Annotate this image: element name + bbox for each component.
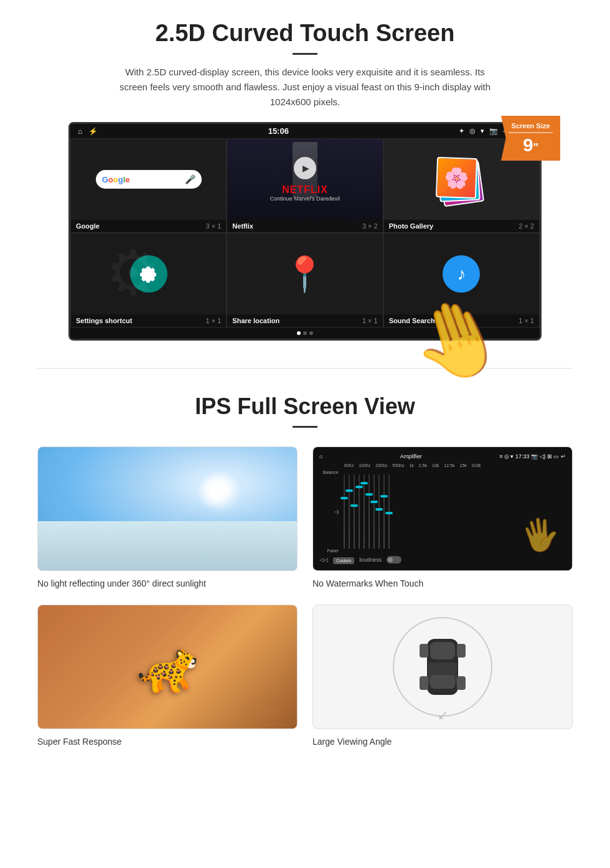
eq-freq-labels: 60hz 100hz 200hz 500hz 1k 2.5k 10k 12.5k… [319,463,566,468]
usb-icon: ⚡ [88,127,98,136]
grid-cell-netflix[interactable]: ▶ NETFLIX Continue Marvel's Daredevil Ne… [227,138,383,233]
amp-loudness-label: loudness [359,557,382,563]
eq-slider-6[interactable] [368,474,370,549]
svg-rect-1 [430,642,455,659]
netflix-cell-label: Netflix 3 × 2 [227,220,382,232]
section1-description: With 2.5D curved-display screen, this de… [112,65,498,110]
amp-back-icon: ◁◁ [319,557,328,563]
google-mic-icon: 🎤 [185,174,195,184]
amp-home-icon: ⌂ [319,453,322,460]
badge-size: 9" [509,136,553,154]
amplifier-screen: ⌂ Amplifier ≡ ◎ ▾ 17:33 📷 ◁) ⊠ ▭ ↵ 60hz … [313,447,572,570]
eq-area: Balance ◁) Fader [319,470,566,553]
eq-slider-10[interactable] [388,474,390,549]
eq-slider-8[interactable] [378,474,380,549]
amp-loudness-toggle[interactable] [387,556,401,564]
feature-cheetah: 🐆 Super Fast Response [37,605,298,748]
eq-slider-9[interactable] [383,474,385,549]
cheetah-caption: Super Fast Response [37,735,298,748]
sunlight-image-box [37,446,298,571]
cheetah-image-box: 🐆 [37,605,298,729]
settings-cell-label: Settings shortcut 1 × 1 [71,314,226,327]
grid-cell-sound-search[interactable]: ♪ Sound Search 1 × 1 [383,233,540,328]
grid-cell-google[interactable]: Google 🎤 Google 3 × 1 [70,138,227,233]
netflix-brand: NETFLIX [270,184,340,196]
section-curved-touch: 2.5D Curved Touch Screen With 2.5D curve… [0,0,610,356]
maps-icon: 📍 [283,254,326,295]
gear-icon [139,264,159,284]
netflix-subtitle: Continue Marvel's Daredevil [270,196,340,202]
bluetooth-icon: ✦ [459,127,464,135]
netflix-play-button[interactable]: ▶ [294,157,316,179]
feature-grid: No light reflecting under 360° direct su… [37,446,573,748]
netflix-label-size: 3 × 2 [362,222,378,230]
screen-size-badge: Screen Size 9" [501,116,560,161]
car-caption: Large Viewing Angle [312,735,573,748]
cheetah-bg: 🐆 [38,605,297,729]
amp-icons: ≡ ◎ ▾ 17:33 📷 ◁) ⊠ ▭ ↵ [499,453,566,460]
eq-slider-5[interactable] [364,474,365,549]
eq-slider-7[interactable] [373,474,375,549]
sunlight-bg [38,447,297,570]
eq-bars-container: 🖐 [344,470,566,553]
svg-rect-5 [457,644,466,658]
main-divider [37,368,573,369]
grid-cell-settings[interactable]: ⚙ Settings shortcut 1 × 1 [70,233,227,328]
share-location-cell-label: Share location 1 × 1 [227,314,382,327]
google-logo: Google [102,175,130,184]
home-icon: ⌂ [78,127,82,136]
share-location-label-name: Share location [232,317,279,324]
device-frame: ⌂ ⚡ 15:06 ✦ ◎ ▾ 📷 ◁) ⊠ ▭ [68,122,542,341]
app-grid: Google 🎤 Google 3 × 1 [70,138,540,328]
cheetah-emoji: 🐆 [136,638,199,696]
car-top-view-svg [415,626,471,707]
volume-label-icon: ◁) [319,509,339,514]
location-icon: ◎ [469,127,476,135]
section1-title: 2.5D Curved Touch Screen [37,20,573,47]
settings-label-size: 1 × 1 [206,317,222,324]
view-angle-arrow: ↙ [438,707,448,722]
car-image-box: ↙ [312,605,573,729]
eq-slider-4[interactable] [359,474,360,549]
netflix-cell-bg: ▶ NETFLIX Continue Marvel's Daredevil [227,139,382,220]
eq-slider-2[interactable] [349,474,350,549]
amp-custom-btn[interactable]: Custom [333,557,354,564]
eq-slider-1[interactable] [344,474,345,549]
amp-bottom-row: ◁◁ Custom loudness [319,555,566,564]
svg-rect-7 [457,676,466,690]
eq-slider-3[interactable] [354,474,355,549]
car-bg: ↙ [313,605,572,729]
statusbar-left: ⌂ ⚡ [78,127,98,136]
camera-icon: 📷 [489,127,498,135]
amp-title: Amplifier [400,453,422,460]
section2-title: IPS Full Screen View [37,394,573,420]
photo-gallery-cell-label: Photo Gallery 2 × 2 [384,220,539,232]
settings-label-name: Settings shortcut [76,317,132,324]
section-ips: IPS Full Screen View No light reflecting… [0,381,610,767]
car-circle [393,617,492,717]
touch-hand-icon: 🖐 [518,514,562,556]
svg-rect-6 [420,676,428,690]
device-container: ⌂ ⚡ 15:06 ✦ ◎ ▾ 📷 ◁) ⊠ ▭ [68,122,542,341]
photo-stack: 🌸 [436,154,486,204]
sound-search-label-name: Sound Search [389,317,435,324]
scroll-dot-2 [303,331,307,335]
badge-divider [509,132,553,133]
dust-cloud [235,701,284,719]
badge-label: Screen Size [509,122,553,130]
google-search-bar[interactable]: Google 🎤 [96,170,202,189]
section2-divider [293,426,317,428]
scroll-indicators [70,328,540,339]
sunlight-ground [38,521,297,570]
device-statusbar: ⌂ ⚡ 15:06 ✦ ◎ ▾ 📷 ◁) ⊠ ▭ [70,124,540,138]
scroll-dot-3 [309,331,313,335]
feature-amplifier: ⌂ Amplifier ≡ ◎ ▾ 17:33 📷 ◁) ⊠ ▭ ↵ 60hz … [312,446,573,590]
sound-search-icon-circle: ♪ [443,255,480,293]
google-cell-label: Google 3 × 1 [71,220,226,232]
amplifier-caption: No Watermarks When Touch [312,577,573,590]
feature-sunlight: No light reflecting under 360° direct su… [37,446,298,590]
grid-cell-share-location[interactable]: 📍 Share location 1 × 1 [227,233,383,328]
share-location-label-size: 1 × 1 [362,317,378,324]
eq-side-labels: Balance ◁) Fader [319,470,341,553]
amplifier-image-box: ⌂ Amplifier ≡ ◎ ▾ 17:33 📷 ◁) ⊠ ▭ ↵ 60hz … [312,446,573,571]
